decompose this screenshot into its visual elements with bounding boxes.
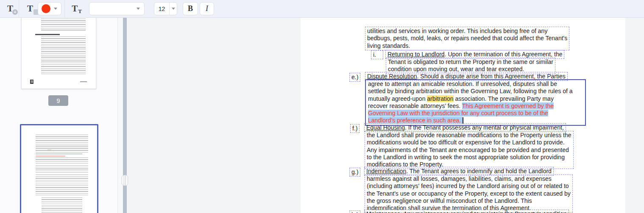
- font-family-select[interactable]: [89, 2, 145, 15]
- text-line: f.): [352, 125, 357, 132]
- label-f[interactable]: f.): [350, 124, 360, 133]
- thumbnail-text-lines: [41, 36, 86, 75]
- text-line: agree to attempt an amicable resolution.…: [368, 80, 583, 88]
- document-page: utilities and services in working order.…: [301, 18, 625, 213]
- chevron-down-icon: [137, 8, 140, 10]
- thumbnail-text-lines: [36, 148, 88, 153]
- text-line: Equal Housing. If the Tenant possesses a…: [366, 124, 564, 131]
- font-size-value: 12: [154, 6, 169, 12]
- thumbnail-text-lines: [42, 197, 82, 213]
- text-line: Governing Law with the jurisdiction for …: [368, 110, 583, 117]
- text-line: bedbugs, pests, mold, leaks, or repairs …: [367, 35, 567, 42]
- text-line: the Landlord shall provide reasonable mo…: [367, 132, 572, 139]
- chevron-down-icon: [54, 8, 57, 10]
- thumbnail-page-footer: [80, 81, 87, 82]
- add-text-icon: T +: [7, 4, 13, 13]
- splitter-drag-handle[interactable]: [122, 175, 128, 186]
- para-indemnification-body[interactable]: harmless against all losses, damages, li…: [365, 174, 573, 213]
- text-line: utilities and services in working order.…: [367, 28, 567, 35]
- document-icon: [30, 80, 33, 84]
- text-line: to the Landlord in writing to seek the m…: [367, 154, 572, 161]
- text-line: g.): [351, 169, 358, 176]
- thumbnail-red-text-mark: [36, 156, 65, 156]
- thumbnail-text-lines: [41, 19, 86, 31]
- toolbar-separator: [19, 0, 19, 17]
- bold-button[interactable]: B: [183, 2, 198, 15]
- text-color-picker-button[interactable]: [38, 2, 61, 15]
- thumbnail-text-lines: [36, 158, 88, 196]
- page-9-thumbnail[interactable]: [21, 18, 96, 89]
- chevron-down-icon: [172, 8, 175, 10]
- color-swatch-red-circle: [42, 4, 50, 13]
- label-i[interactable]: i.: [371, 50, 383, 59]
- text-line: living standards.: [367, 42, 567, 50]
- page-thumbnails-sidebar: 9: [0, 18, 118, 213]
- text-line: recover reasonable attorneys’ fees. This…: [368, 102, 583, 110]
- label-e[interactable]: e.): [349, 73, 360, 82]
- para-equal-housing-body[interactable]: the Landlord shall provide reasonable mo…: [365, 131, 574, 169]
- copy-text-style-button[interactable]: T: [22, 0, 38, 17]
- text-line: harmless against all losses, damages, li…: [367, 175, 571, 183]
- add-text-button[interactable]: T +: [2, 0, 19, 17]
- text-line: Maintenance. Any maintenance required to…: [366, 210, 567, 213]
- text-line: Indemnification. The Tenant agrees to in…: [366, 168, 552, 175]
- text-line: Returning to Landlord. Upon the terminat…: [388, 51, 562, 58]
- plus-icon: +: [12, 9, 18, 15]
- text-line: e.): [351, 74, 358, 81]
- label-g[interactable]: g.): [349, 168, 360, 177]
- formatting-toolbar: T + T TT 12 B I: [0, 0, 644, 18]
- text-line: the Tenant's use or occupancy of the Pro…: [367, 190, 571, 197]
- text-line: the gross negligence or willful miscondu…: [367, 197, 571, 205]
- thumbnail-red-text-mark: [36, 154, 82, 154]
- text-line: Any impairments of the Tenant are encour…: [367, 147, 572, 154]
- text-line: (including attorneys' fees) incurred by …: [367, 183, 571, 190]
- font-style-button[interactable]: TT: [68, 0, 86, 17]
- toolbar-separator: [64, 0, 65, 17]
- page-10-thumbnail-selected[interactable]: [20, 124, 98, 213]
- text-line: mutually agreed-upon arbitration associa…: [368, 95, 583, 102]
- font-size-select[interactable]: 12: [154, 2, 177, 15]
- text-line: Tenant is obligated to return the Proper…: [388, 58, 553, 66]
- thumbnail-text-lines: [36, 135, 88, 148]
- text-line: i.: [373, 51, 381, 58]
- textbox-dispute-body[interactable]: agree to attempt an amicable resolution.…: [365, 79, 586, 126]
- para-utilities[interactable]: utilities and services in working order.…: [365, 27, 569, 50]
- text-with-square-icon: T: [27, 4, 33, 13]
- page-number-badge: 9: [48, 95, 68, 106]
- italic-button[interactable]: I: [200, 2, 214, 15]
- label-h[interactable]: h.): [349, 210, 360, 213]
- para-returning-body[interactable]: Tenant is obligated to return the Proper…: [386, 58, 555, 74]
- thumbnail-heading-line: [35, 34, 60, 35]
- text-line: modifications would be too difficult or …: [367, 139, 572, 146]
- line-maintenance-heading[interactable]: Maintenance. Any maintenance required to…: [364, 210, 569, 213]
- font-icon: TT: [72, 4, 82, 13]
- document-viewer: utilities and services in working order.…: [127, 18, 644, 213]
- text-line: settled by binding arbitration within th…: [368, 88, 583, 95]
- main-area: 9 utilities and services in working orde…: [0, 18, 644, 213]
- text-line: h.): [351, 211, 358, 213]
